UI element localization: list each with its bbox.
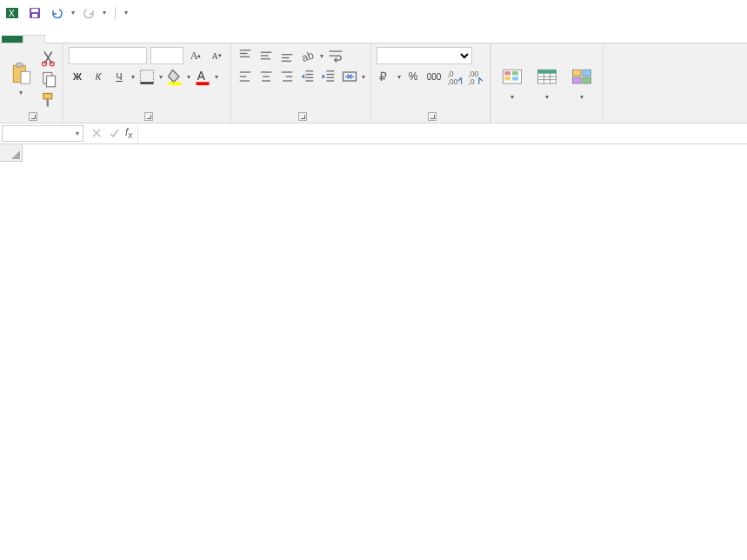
svg-text:ab: ab — [300, 49, 316, 64]
increase-font-icon[interactable]: A▴ — [187, 47, 204, 64]
comma-icon[interactable]: 000 — [425, 68, 443, 85]
formula-input[interactable] — [138, 123, 747, 143]
svg-rect-16 — [169, 82, 182, 85]
tab-formulas[interactable] — [87, 36, 108, 43]
formula-bar: ▾ fx — [0, 123, 747, 144]
tab-review[interactable] — [129, 36, 150, 43]
title-bar: X ▾ ▾ ▾ — [0, 0, 747, 23]
tab-view[interactable] — [150, 36, 170, 43]
ribbon: ▾ A▴ A▾ Ж К Ч▾ ▾ ▾ A▾ — [0, 43, 747, 123]
font-launcher[interactable] — [144, 112, 153, 121]
select-all-corner[interactable] — [0, 144, 23, 162]
svg-rect-18 — [197, 82, 210, 85]
cell-styles-button[interactable]: ▾ — [566, 63, 597, 103]
quick-access-toolbar: X ▾ ▾ ▾ — [3, 4, 128, 22]
align-bottom-icon[interactable] — [278, 47, 296, 64]
qat-customize[interactable]: ▾ — [124, 9, 128, 17]
svg-rect-56 — [504, 77, 510, 80]
svg-text:,0: ,0 — [468, 77, 474, 85]
svg-rect-54 — [504, 71, 510, 75]
svg-rect-59 — [538, 70, 557, 73]
svg-rect-66 — [573, 77, 582, 83]
increase-indent-icon[interactable] — [320, 68, 337, 85]
ribbon-tabs — [0, 23, 747, 43]
align-right-icon[interactable] — [278, 68, 296, 85]
decrease-decimal-icon[interactable]: ,00,0 — [467, 68, 484, 85]
cancel-icon[interactable] — [90, 127, 103, 141]
svg-text:A: A — [197, 70, 206, 83]
increase-decimal-icon[interactable]: ,0,00 — [446, 68, 464, 85]
percent-icon[interactable]: % — [404, 68, 422, 85]
name-box[interactable]: ▾ — [2, 125, 83, 142]
svg-rect-64 — [573, 70, 582, 76]
undo-icon[interactable] — [49, 4, 66, 22]
enter-icon[interactable] — [108, 127, 120, 141]
svg-rect-65 — [583, 70, 591, 76]
svg-rect-6 — [17, 63, 23, 66]
format-as-table-button[interactable]: ▾ — [531, 63, 563, 103]
svg-rect-7 — [21, 71, 30, 83]
tab-data[interactable] — [108, 36, 129, 43]
svg-rect-11 — [47, 76, 56, 87]
svg-text:X: X — [9, 9, 15, 18]
align-center-icon[interactable] — [257, 68, 275, 85]
align-top-icon[interactable] — [237, 47, 254, 64]
redo-dropdown[interactable]: ▾ — [103, 9, 106, 17]
cut-icon[interactable] — [40, 50, 57, 67]
svg-rect-13 — [47, 98, 50, 106]
svg-rect-3 — [31, 9, 38, 12]
redo-icon[interactable] — [80, 4, 97, 22]
fill-color-icon[interactable] — [166, 68, 183, 85]
font-size-combo[interactable] — [150, 47, 183, 64]
svg-rect-55 — [512, 71, 518, 75]
italic-icon[interactable]: К — [90, 68, 107, 85]
excel-icon[interactable]: X — [3, 4, 21, 22]
alignment-launcher[interactable] — [298, 112, 307, 121]
bold-icon[interactable]: Ж — [69, 68, 86, 85]
group-alignment: ab▾ ▾ — [231, 43, 371, 123]
decrease-font-icon[interactable]: A▾ — [208, 47, 225, 64]
clipboard-launcher[interactable] — [29, 112, 37, 121]
tab-insert[interactable] — [45, 36, 66, 43]
tab-file[interactable] — [2, 36, 23, 43]
svg-rect-14 — [141, 70, 154, 83]
number-launcher[interactable] — [428, 112, 437, 121]
fx-icon[interactable]: fx — [125, 126, 132, 140]
spreadsheet-grid — [0, 144, 747, 162]
svg-rect-12 — [43, 93, 52, 98]
svg-text:,00: ,00 — [447, 77, 457, 85]
save-icon[interactable] — [26, 4, 43, 22]
tab-pagelayout[interactable] — [66, 36, 87, 43]
group-number: ₽▾ % 000 ,0,00 ,00,0 — [371, 43, 490, 123]
decrease-indent-icon[interactable] — [299, 68, 317, 85]
svg-rect-67 — [583, 77, 591, 83]
conditional-formatting-button[interactable]: ▾ — [497, 63, 528, 103]
border-icon[interactable] — [138, 68, 156, 85]
svg-text:₽: ₽ — [379, 70, 387, 83]
accounting-format-icon[interactable]: ₽ — [377, 68, 394, 85]
group-font: A▴ A▾ Ж К Ч▾ ▾ ▾ A▾ — [63, 43, 231, 123]
wrap-text-icon[interactable] — [327, 47, 344, 64]
group-clipboard: ▾ — [0, 43, 63, 123]
undo-dropdown[interactable]: ▾ — [71, 9, 75, 17]
number-format-combo[interactable] — [377, 47, 472, 64]
group-styles: ▾ ▾ ▾ — [490, 43, 604, 123]
svg-rect-4 — [32, 14, 37, 17]
underline-icon[interactable]: Ч — [110, 68, 128, 85]
align-left-icon[interactable] — [237, 68, 254, 85]
tab-home[interactable] — [23, 35, 45, 43]
copy-icon[interactable] — [40, 70, 57, 88]
merge-center-icon[interactable] — [341, 68, 358, 85]
font-name-combo[interactable] — [69, 47, 147, 64]
paste-button[interactable]: ▾ — [5, 59, 37, 99]
orientation-icon[interactable]: ab — [299, 47, 317, 64]
format-painter-icon[interactable] — [40, 91, 57, 109]
svg-rect-57 — [512, 77, 518, 80]
font-color-icon[interactable]: A — [194, 68, 211, 85]
align-middle-icon[interactable] — [257, 47, 275, 64]
